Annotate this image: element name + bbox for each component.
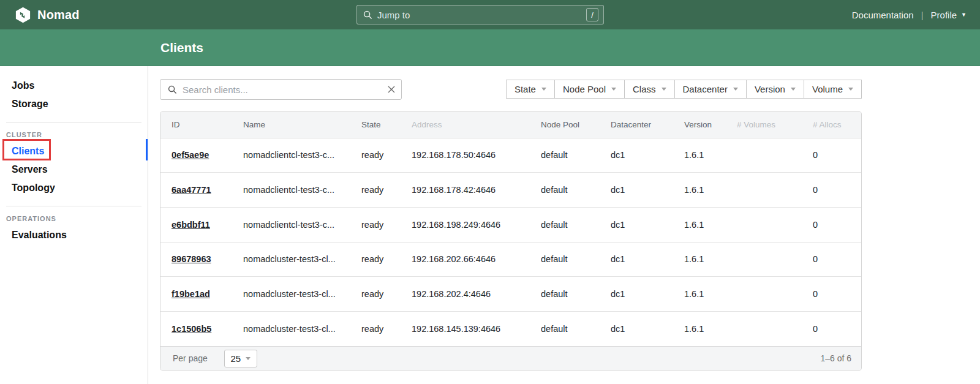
- client-volumes: [726, 242, 802, 277]
- per-page-select[interactable]: 25: [224, 350, 257, 367]
- client-name: nomadclientcl-test3-c...: [232, 138, 350, 173]
- nomad-home-link[interactable]: Nomad: [15, 7, 80, 23]
- sidebar-item-clients[interactable]: Clients: [0, 142, 148, 160]
- chevron-down-icon: [246, 357, 251, 360]
- client-version: 1.6.1: [673, 277, 726, 312]
- clear-search-icon[interactable]: [388, 86, 395, 93]
- client-id-link[interactable]: e6bdbf11: [172, 220, 210, 230]
- client-id-link[interactable]: 6aa47771: [172, 185, 211, 195]
- client-node-pool: default: [530, 207, 600, 242]
- column-header[interactable]: State: [350, 112, 401, 138]
- client-datacenter: dc1: [600, 311, 673, 346]
- chevron-down-icon: [541, 88, 546, 91]
- per-page-label: Per page: [173, 353, 208, 363]
- client-state: ready: [350, 138, 401, 173]
- column-header[interactable]: Node Pool: [530, 112, 600, 138]
- sidebar-item-servers[interactable]: Servers: [0, 160, 148, 179]
- clients-search-box[interactable]: [160, 79, 402, 100]
- client-row[interactable]: 6aa47771 nomadclientcl-test3-c... ready …: [160, 173, 862, 208]
- client-version: 1.6.1: [673, 138, 726, 173]
- sidebar-item-jobs[interactable]: Jobs: [0, 77, 148, 95]
- jump-to-search[interactable]: /: [356, 5, 604, 24]
- sidebar-divider: [6, 206, 141, 206]
- clients-table: ID Name State Address Node Pool Datacent…: [160, 111, 862, 371]
- client-allocs: 0: [802, 242, 862, 277]
- profile-menu[interactable]: Profile ▼: [931, 10, 967, 20]
- column-header[interactable]: Datacenter: [600, 112, 673, 138]
- filter-dropdown[interactable]: Class: [624, 80, 675, 99]
- jump-to-input[interactable]: [377, 10, 586, 20]
- chevron-down-icon: [848, 88, 853, 91]
- client-row[interactable]: 0ef5ae9e nomadclientcl-test3-c... ready …: [160, 138, 862, 173]
- search-icon: [168, 85, 177, 94]
- client-volumes: [726, 207, 802, 242]
- client-name: nomadcluster-test3-cl...: [232, 277, 350, 312]
- client-allocs: 0: [802, 311, 862, 346]
- page-title: Clients: [160, 40, 203, 55]
- pagination-range: 1–6 of 6: [820, 353, 851, 363]
- clients-search-input[interactable]: [183, 85, 388, 95]
- client-row[interactable]: 1c1506b5 nomadcluster-test3-cl... ready …: [160, 311, 862, 346]
- pagination-footer: Per page 25 1–6 of 6: [160, 346, 861, 370]
- active-item-indicator: [146, 139, 148, 160]
- chevron-down-icon: [662, 88, 666, 91]
- client-datacenter: dc1: [600, 242, 673, 277]
- column-header[interactable]: Address: [401, 112, 530, 138]
- sidebar-item-topology[interactable]: Topology: [0, 179, 148, 197]
- sidebar: Jobs Storage CLUSTER Clients Servers Top…: [0, 66, 148, 384]
- client-row[interactable]: e6bdbf11 nomadclientcl-test3-c... ready …: [160, 207, 862, 242]
- client-name: nomadclientcl-test3-c...: [232, 173, 350, 208]
- filter-dropdown[interactable]: Version: [746, 80, 804, 99]
- nomad-logo-icon: [15, 7, 31, 23]
- filter-bar: State Node Pool Class: [507, 80, 862, 99]
- filter-dropdown[interactable]: Volume: [804, 80, 862, 99]
- client-id-link[interactable]: 89678963: [172, 254, 211, 264]
- client-row[interactable]: 89678963 nomadcluster-test3-cl... ready …: [160, 242, 862, 277]
- search-icon: [363, 10, 372, 20]
- client-allocs: 0: [802, 207, 862, 242]
- slash-shortcut-key: /: [586, 8, 598, 21]
- client-node-pool: default: [530, 173, 600, 208]
- filter-dropdown[interactable]: Node Pool: [554, 80, 625, 99]
- filter-label: Class: [633, 84, 656, 94]
- client-state: ready: [350, 173, 401, 208]
- documentation-link[interactable]: Documentation: [852, 10, 914, 20]
- filter-label: Node Pool: [563, 84, 606, 94]
- client-address: 192.168.178.42:4646: [401, 173, 530, 208]
- chevron-down-icon: [611, 88, 616, 91]
- client-id-link[interactable]: f19be1ad: [172, 289, 210, 299]
- column-header[interactable]: Name: [232, 112, 350, 138]
- column-header[interactable]: ID: [160, 112, 232, 138]
- column-header[interactable]: Version: [673, 112, 726, 138]
- client-version: 1.6.1: [673, 207, 726, 242]
- client-state: ready: [350, 207, 401, 242]
- client-id-link[interactable]: 0ef5ae9e: [172, 150, 209, 160]
- per-page-value: 25: [230, 353, 241, 364]
- filter-label: State: [514, 84, 536, 94]
- client-address: 192.168.178.50:4646: [401, 138, 530, 173]
- client-name: nomadclientcl-test3-c...: [232, 207, 350, 242]
- client-volumes: [726, 173, 802, 208]
- client-allocs: 0: [802, 138, 862, 173]
- client-address: 192.168.202.66:4646: [401, 242, 530, 277]
- filter-dropdown[interactable]: State: [506, 80, 555, 99]
- client-node-pool: default: [530, 277, 600, 312]
- column-header[interactable]: # Volumes: [726, 112, 802, 138]
- sidebar-item-storage[interactable]: Storage: [0, 95, 148, 113]
- client-allocs: 0: [802, 277, 862, 312]
- client-version: 1.6.1: [673, 242, 726, 277]
- sidebar-item-evaluations[interactable]: Evaluations: [0, 226, 148, 244]
- filter-dropdown[interactable]: Datacenter: [674, 80, 747, 99]
- sidebar-section-cluster: CLUSTER: [0, 131, 148, 138]
- client-version: 1.6.1: [673, 173, 726, 208]
- client-id-link[interactable]: 1c1506b5: [172, 324, 211, 334]
- client-node-pool: default: [530, 311, 600, 346]
- client-row[interactable]: f19be1ad nomadcluster-test3-cl... ready …: [160, 277, 862, 312]
- client-name: nomadcluster-test3-cl...: [232, 311, 350, 346]
- client-version: 1.6.1: [673, 311, 726, 346]
- column-header[interactable]: # Allocs: [802, 112, 862, 138]
- client-node-pool: default: [530, 242, 600, 277]
- sidebar-section-operations: OPERATIONS: [0, 215, 148, 222]
- sidebar-divider: [6, 122, 141, 122]
- client-node-pool: default: [530, 138, 600, 173]
